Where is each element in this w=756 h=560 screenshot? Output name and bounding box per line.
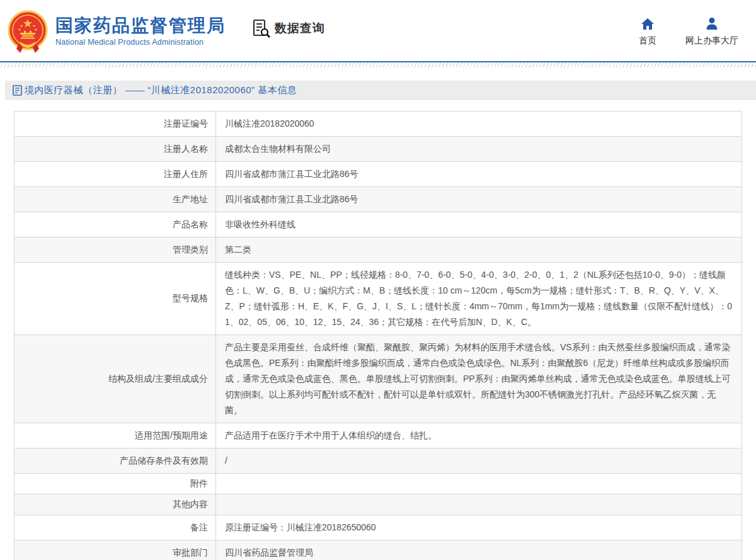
row-label: 型号规格 (14, 263, 216, 334)
document-search-icon (252, 19, 271, 38)
row-label: 生产地址 (14, 187, 216, 212)
row-value: 四川省成都市蒲江县工业北路86号 (216, 187, 742, 212)
table-row-model-specifications: 型号规格 缝线种类：VS、PE、NL、PP；线径规格：8-0、7-0、6-0、5… (14, 263, 742, 335)
table-row-product-name: 产品名称 非吸收性外科缝线 (14, 212, 742, 237)
row-value: 原注册证编号：川械注准20182650060 (216, 515, 742, 540)
brand-text: 国家药品监督管理局 National Medical Products Admi… (55, 15, 226, 47)
row-value: 成都太合生物材料有限公司 (216, 137, 742, 161)
registration-info-table: 注册证编号 川械注准20182020060 注册人名称 成都太合生物材料有限公司… (14, 111, 742, 560)
table-row-production-address: 生产地址 四川省成都市蒲江县工业北路86号 (14, 187, 742, 212)
nav-item-service-hall[interactable]: 网上办事大厅 (685, 16, 738, 47)
row-label: 产品名称 (14, 212, 216, 237)
data-query-section[interactable]: 数据查询 (252, 19, 325, 38)
row-value (216, 494, 742, 515)
row-value: 产品适用于在医疗手术中用于人体组织的缝合、结扎。 (216, 423, 742, 448)
header-hatch-band (0, 62, 756, 67)
row-label: 审批部门 (14, 540, 216, 560)
section-title-bar: 境内医疗器械（注册） —— “川械注准20182020060” 基本信息 (5, 81, 756, 100)
site-logo[interactable]: 国家药品监督管理局 National Medical Products Admi… (8, 6, 226, 55)
page-doc-icon (13, 85, 22, 96)
row-value: 四川省药品监督管理局 (216, 540, 742, 560)
table-row-approval-department: 审批部门 四川省药品监督管理局 (14, 540, 742, 560)
data-query-label: 数据查询 (275, 20, 325, 37)
row-label: 注册人住所 (14, 162, 216, 186)
row-label: 备注 (14, 515, 216, 540)
user-icon (704, 16, 719, 31)
nav-item-service-hall-label: 网上办事大厅 (685, 35, 738, 47)
site-header: 国家药品监督管理局 National Medical Products Admi… (0, 0, 756, 61)
row-value: 第二类 (216, 237, 742, 262)
table-row-structure-composition: 结构及组成/主要组成成分 产品主要是采用蚕丝、合成纤维（聚酯、聚酰胺、聚丙烯）为… (14, 335, 742, 423)
table-row-storage-validity: 产品储存条件及有效期 / (14, 449, 742, 474)
header-nav: 首页 网上办事大厅 (639, 16, 738, 47)
row-value: 非吸收性外科缝线 (216, 212, 742, 237)
row-value: 四川省成都市蒲江县工业北路86号 (216, 162, 742, 186)
row-label: 注册证编号 (14, 111, 216, 136)
table-row-remarks: 备注 原注册证编号：川械注准20182650060 (14, 515, 742, 540)
table-row-management-category: 管理类别 第二类 (14, 237, 742, 263)
row-value: 缝线种类：VS、PE、NL、PP；线径规格：8-0、7-0、6-0、5-0、4-… (216, 263, 742, 334)
row-label: 附件 (14, 474, 216, 494)
org-name-en: National Medical Products Administration (55, 38, 226, 47)
page-title: 境内医疗器械（注册） —— “川械注准20182020060” 基本信息 (25, 84, 297, 96)
row-value: 产品主要是采用蚕丝、合成纤维（聚酯、聚酰胺、聚丙烯）为材料的医用手术缝合线。VS… (216, 335, 742, 423)
table-row-registrant-address: 注册人住所 四川省成都市蒲江县工业北路86号 (14, 162, 742, 187)
table-row-attachments: 附件 (14, 474, 742, 494)
row-value: / (216, 449, 742, 473)
row-label: 适用范围/预期用途 (14, 423, 216, 448)
nav-item-home-label: 首页 (639, 35, 656, 47)
row-label: 注册人名称 (14, 137, 216, 161)
table-row-other-content: 其他内容 (14, 494, 742, 515)
national-emblem-icon (8, 9, 48, 55)
org-name-zh: 国家药品监督管理局 (55, 15, 226, 37)
home-icon (640, 16, 655, 31)
row-value: 川械注准20182020060 (216, 111, 742, 136)
row-label: 结构及组成/主要组成成分 (14, 335, 216, 423)
row-label: 其他内容 (14, 494, 216, 515)
row-label: 产品储存条件及有效期 (14, 449, 216, 473)
table-row-intended-use: 适用范围/预期用途 产品适用于在医疗手术中用于人体组织的缝合、结扎。 (14, 423, 742, 449)
table-row-registrant-name: 注册人名称 成都太合生物材料有限公司 (14, 137, 742, 162)
row-value (216, 474, 742, 494)
table-row-registration-number: 注册证编号 川械注准20182020060 (14, 111, 742, 137)
row-label: 管理类别 (14, 237, 216, 262)
nav-item-home[interactable]: 首页 (639, 16, 656, 47)
